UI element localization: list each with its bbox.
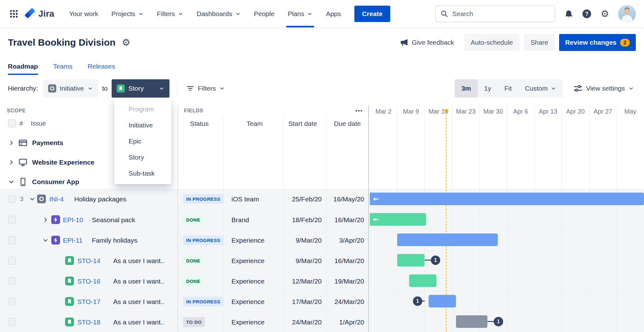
issue-key[interactable]: STO-14	[77, 250, 100, 271]
due-date-cell[interactable]: 24/Mar/20	[326, 291, 364, 312]
gantt-bar-sto-16[interactable]	[409, 274, 436, 287]
dependency-badge[interactable]: 1	[431, 256, 440, 265]
start-date-cell[interactable]: 12/Mar/20	[284, 271, 322, 291]
team-cell[interactable]: Experience	[231, 271, 264, 291]
more-fields-button[interactable]	[353, 107, 364, 115]
start-date-cell[interactable]: 25/Feb/20	[284, 189, 322, 209]
give-feedback-button[interactable]: Give feedback	[398, 38, 456, 47]
scope-fields-divider[interactable]	[178, 105, 178, 332]
notifications-button[interactable]	[564, 9, 573, 18]
hierarchy-to-select[interactable]: Story	[112, 79, 169, 98]
share-button[interactable]: Share	[524, 34, 555, 51]
start-date-cell[interactable]: 24/Mar/20	[284, 312, 322, 332]
gantt-bar-sto-18[interactable]	[456, 315, 487, 328]
nav-item-plans[interactable]: Plans	[281, 0, 319, 27]
start-date-cell[interactable]: 9/Mar/20	[284, 230, 322, 250]
issue-key[interactable]: STO-17	[77, 291, 100, 312]
help-button[interactable]: ?	[582, 9, 591, 19]
tab-releases[interactable]: Releases	[88, 63, 115, 75]
avatar[interactable]	[618, 5, 636, 23]
start-date-cell[interactable]: 9/Mar/20	[284, 250, 322, 271]
select-all-checkbox[interactable]	[8, 119, 16, 127]
gantt-bar-sto-17[interactable]	[429, 295, 456, 307]
app-switcher-button[interactable]	[9, 9, 19, 19]
status-badge[interactable]: DONE	[183, 276, 203, 286]
gantt-bar-epi-10[interactable]: ←	[370, 213, 426, 226]
team-cell[interactable]: Experience	[231, 312, 264, 332]
issue-key[interactable]: EPI-10	[63, 210, 83, 230]
nav-item-apps[interactable]: Apps	[319, 0, 347, 27]
row-checkbox[interactable]	[8, 318, 16, 326]
status-badge[interactable]: IN PROGRESS	[183, 235, 224, 245]
review-changes-button[interactable]: Review changes 2	[559, 34, 636, 51]
due-date-cell[interactable]: 19/Mar/20	[326, 271, 364, 291]
gantt-bar-ini-4[interactable]: ←	[370, 193, 644, 205]
chevron-down-icon[interactable]	[42, 237, 49, 244]
jira-logo[interactable]: Jira	[25, 8, 54, 20]
issue-key[interactable]: EPI-11	[63, 230, 83, 250]
status-badge[interactable]: IN PROGRESS	[183, 194, 224, 204]
view-settings-button[interactable]: View settings	[571, 83, 636, 93]
status-badge[interactable]: TO DO	[183, 317, 205, 327]
tab-teams[interactable]: Teams	[53, 63, 73, 75]
table-row-sto-18[interactable]: STO-18As a user I want..TO DOExperience2…	[0, 312, 644, 332]
row-checkbox[interactable]	[8, 236, 16, 244]
row-checkbox[interactable]	[8, 297, 16, 306]
menu-item-sub-task[interactable]: Sub-task	[114, 165, 171, 181]
create-button[interactable]: Create	[354, 6, 390, 22]
dependency-badge[interactable]: 1	[413, 296, 422, 306]
table-row-sto-16[interactable]: STO-16As a user I want..DONEExperience12…	[0, 271, 644, 291]
due-date-column-header[interactable]: Due date	[334, 120, 361, 127]
dependency-badge[interactable]: 1	[494, 317, 503, 326]
search-input[interactable]	[452, 10, 550, 18]
zoom-option-1y[interactable]: 1y	[478, 79, 498, 98]
due-date-cell[interactable]: 16/Mar/20	[326, 250, 364, 271]
start-date-cell[interactable]: 18/Feb/20	[284, 210, 322, 230]
zoom-option-custom[interactable]: Custom	[518, 79, 563, 98]
menu-item-story[interactable]: Story	[114, 149, 171, 165]
start-date-cell[interactable]: 17/Mar/20	[284, 291, 322, 312]
row-checkbox[interactable]	[8, 277, 16, 285]
fields-timeline-divider[interactable]	[368, 105, 369, 332]
status-column-header[interactable]: Status	[190, 120, 209, 127]
hierarchy-from-select[interactable]: Initiative	[43, 79, 98, 98]
nav-item-your-work[interactable]: Your work	[63, 0, 105, 27]
issue-key[interactable]: STO-18	[77, 312, 100, 332]
chevron-right-icon[interactable]	[8, 159, 15, 166]
chevron-down-icon[interactable]	[29, 196, 36, 202]
auto-schedule-button[interactable]: Auto-schedule	[464, 34, 519, 51]
gantt-bar-sto-14[interactable]	[397, 254, 425, 267]
nav-item-filters[interactable]: Filters	[150, 0, 190, 27]
team-cell[interactable]: iOS team	[231, 189, 259, 209]
team-cell[interactable]: Experience	[231, 250, 264, 271]
status-badge[interactable]: DONE	[183, 215, 203, 225]
nav-item-projects[interactable]: Projects	[105, 0, 150, 27]
table-row-sto-17[interactable]: STO-17As a user I want..IN PROGRESSExper…	[0, 291, 644, 312]
table-row-epi-10[interactable]: EPI-10Seasonal packDONEBrand18/Feb/2016/…	[0, 209, 644, 230]
status-badge[interactable]: DONE	[183, 256, 203, 266]
filters-button[interactable]: Filters	[184, 84, 227, 93]
global-search[interactable]	[435, 5, 555, 22]
nav-item-dashboards[interactable]: Dashboards	[190, 0, 247, 27]
plan-settings-button[interactable]: ⚙	[122, 38, 130, 47]
row-checkbox[interactable]	[8, 256, 16, 265]
chevron-down-icon[interactable]	[8, 178, 15, 185]
due-date-cell[interactable]: 3/Apr/20	[326, 230, 364, 250]
chevron-right-icon[interactable]	[42, 217, 49, 223]
due-date-cell[interactable]: 1/Apr/20	[326, 312, 364, 332]
chevron-right-icon[interactable]	[8, 139, 15, 146]
due-date-cell[interactable]: 16/May/20	[326, 189, 364, 209]
due-date-cell[interactable]: 16/Mar/20	[326, 210, 364, 230]
gantt-bar-epi-11[interactable]	[397, 234, 498, 246]
table-row-epi-11[interactable]: EPI-11Family holidaysIN PROGRESSExperien…	[0, 230, 644, 250]
team-cell[interactable]: Experience	[231, 291, 264, 312]
team-cell[interactable]: Experience	[231, 230, 264, 250]
row-checkbox[interactable]	[8, 195, 16, 203]
team-cell[interactable]: Brand	[231, 210, 249, 230]
nav-item-people[interactable]: People	[247, 0, 281, 27]
status-badge[interactable]: IN PROGRESS	[183, 297, 224, 307]
start-date-column-header[interactable]: Start date	[288, 120, 317, 127]
menu-item-initiative[interactable]: Initiative	[114, 117, 171, 133]
tab-roadmap[interactable]: Roadmap	[8, 63, 38, 75]
issue-key[interactable]: INI-4	[49, 189, 64, 209]
